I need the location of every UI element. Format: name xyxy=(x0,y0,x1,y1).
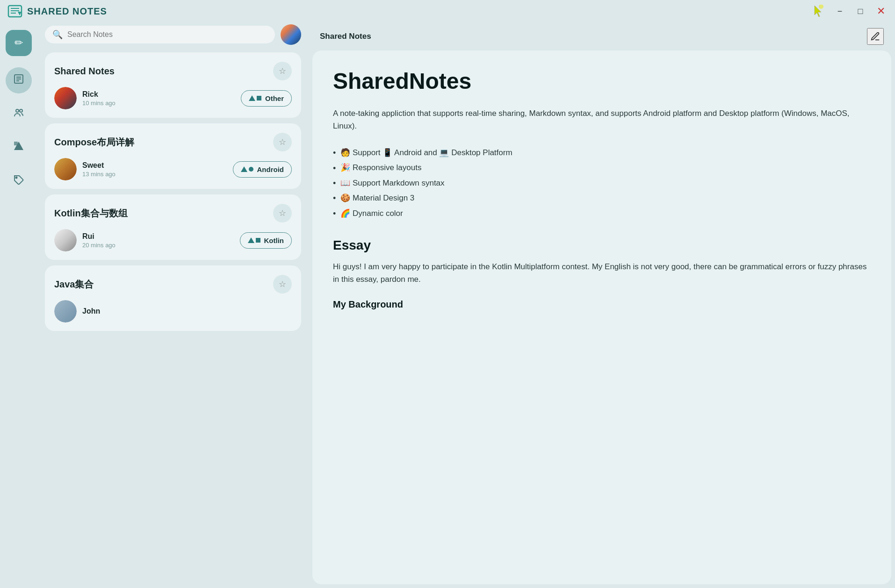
note-title-java: Java集合 xyxy=(54,278,94,291)
title-bar-left: SHARED NOTES xyxy=(7,4,107,19)
svg-point-12 xyxy=(20,109,22,112)
android-tag-label: Android xyxy=(257,165,284,173)
note-author-sweet: Sweet xyxy=(82,161,115,170)
content-body: SharedNotes A note-taking appliction tha… xyxy=(312,50,891,584)
svg-rect-14 xyxy=(14,142,18,145)
note-time: 10 mins ago xyxy=(82,100,115,107)
note-card-shared-notes[interactable]: Shared Notes ☆ Rick 10 mins ago xyxy=(45,52,301,118)
note-card-header: Shared Notes ☆ xyxy=(54,62,292,80)
note-card-meta-compose: Sweet 13 mins ago Android xyxy=(54,158,292,180)
main-layout: ✏ xyxy=(0,22,895,588)
minimize-button[interactable]: − xyxy=(833,5,846,18)
note-card-meta: Rick 10 mins ago Other xyxy=(54,87,292,109)
window-controls: − □ ✕ xyxy=(811,4,888,19)
content-main-title: SharedNotes xyxy=(333,69,871,94)
search-icon: 🔍 xyxy=(52,29,63,40)
sidebar-item-notes[interactable] xyxy=(6,67,32,93)
content-panel: Shared Notes SharedNotes A note-taking a… xyxy=(309,22,895,588)
essay-text: Hi guys! I am very happy to participate … xyxy=(333,260,871,286)
feature-item-1: 🧑 Support 📱 Android and 💻 Desktop Platfo… xyxy=(333,145,871,160)
kotlin-tag-label: Kotlin xyxy=(264,237,284,244)
notes-list: Shared Notes ☆ Rick 10 mins ago xyxy=(45,52,301,588)
sidebar-item-people[interactable] xyxy=(6,101,32,127)
svg-point-15 xyxy=(16,177,17,179)
note-title: Shared Notes xyxy=(54,66,115,77)
note-card-java[interactable]: Java集合 ☆ John xyxy=(45,265,301,331)
title-bar: SHARED NOTES − □ ✕ xyxy=(0,0,895,22)
sidebar: ✏ xyxy=(0,22,37,588)
note-card-meta-java: John xyxy=(54,300,292,323)
star-button-compose[interactable]: ☆ xyxy=(273,133,292,151)
feature-item-4: 🍪 Material Design 3 xyxy=(333,191,871,206)
note-avatar-john xyxy=(54,300,77,323)
notes-icon xyxy=(13,73,24,87)
search-input[interactable] xyxy=(67,30,267,39)
android-tag-icon xyxy=(241,166,253,172)
star-button-kotlin[interactable]: ☆ xyxy=(273,204,292,222)
note-info-compose: Sweet 13 mins ago xyxy=(82,161,115,178)
note-author: Rick xyxy=(82,90,115,99)
edit-icon: ✏ xyxy=(14,37,23,49)
tag-shape-icon xyxy=(249,95,261,101)
edit-content-button[interactable] xyxy=(867,28,884,45)
note-time-sweet: 13 mins ago xyxy=(82,171,115,178)
search-input-wrap[interactable]: 🔍 xyxy=(45,26,275,43)
note-card-kotlin[interactable]: Kotlin集合与数组 ☆ Rui 20 mins ago xyxy=(45,194,301,260)
note-card-compose[interactable]: Compose布局详解 ☆ Sweet 13 mins ago xyxy=(45,123,301,189)
essay-title: Essay xyxy=(333,238,871,253)
note-avatar-rui xyxy=(54,229,77,251)
svg-point-6 xyxy=(819,5,823,9)
kotlin-tag-icon xyxy=(248,237,260,243)
sidebar-item-tags[interactable] xyxy=(6,168,32,194)
new-note-fab[interactable]: ✏ xyxy=(6,30,32,56)
maximize-button[interactable]: □ xyxy=(854,5,867,18)
note-card-header-java: Java集合 ☆ xyxy=(54,275,292,294)
note-card-meta-kotlin: Rui 20 mins ago Kotlin xyxy=(54,229,292,251)
content-header: Shared Notes xyxy=(312,22,891,50)
cursor-indicator xyxy=(811,4,826,19)
people-icon xyxy=(13,107,24,121)
note-tag-android[interactable]: Android xyxy=(233,161,292,178)
note-title-kotlin: Kotlin集合与数组 xyxy=(54,207,128,220)
content-features-list: 🧑 Support 📱 Android and 💻 Desktop Platfo… xyxy=(333,145,871,221)
close-button[interactable]: ✕ xyxy=(874,5,888,18)
note-time-rui: 20 mins ago xyxy=(82,242,115,249)
note-tag-other[interactable]: Other xyxy=(241,90,292,107)
sidebar-item-shapes[interactable] xyxy=(6,135,32,161)
note-info-kotlin: Rui 20 mins ago xyxy=(82,232,115,249)
shapes-icon xyxy=(13,141,24,155)
search-bar: 🔍 xyxy=(45,24,301,45)
note-card-header-compose: Compose布局详解 ☆ xyxy=(54,133,292,151)
notes-panel: 🔍 Shared Notes ☆ Rick 10 min xyxy=(37,22,309,588)
tag-icon xyxy=(13,174,24,188)
user-avatar[interactable] xyxy=(281,24,301,45)
note-avatar-sweet xyxy=(54,158,77,180)
content-description: A note-taking appliction that supports r… xyxy=(333,107,871,132)
svg-point-11 xyxy=(16,109,19,112)
note-info: Rick 10 mins ago xyxy=(82,90,115,107)
note-tag-kotlin[interactable]: Kotlin xyxy=(240,232,292,249)
feature-item-2: 🎉 Responsive layouts xyxy=(333,161,871,176)
app-icon xyxy=(7,4,22,19)
star-button-java[interactable]: ☆ xyxy=(273,275,292,294)
star-button[interactable]: ☆ xyxy=(273,62,292,80)
background-title: My Background xyxy=(333,299,871,310)
note-title-compose: Compose布局详解 xyxy=(54,136,134,149)
app-title: SHARED NOTES xyxy=(27,6,107,17)
note-author-rui: Rui xyxy=(82,232,115,241)
feature-item-5: 🌈 Dynamic color xyxy=(333,206,871,221)
feature-item-3: 📖 Support Markdown syntax xyxy=(333,176,871,191)
content-header-title: Shared Notes xyxy=(320,32,371,41)
note-card-header-kotlin: Kotlin集合与数组 ☆ xyxy=(54,204,292,222)
note-avatar-rick xyxy=(54,87,77,109)
tag-label: Other xyxy=(265,94,284,102)
note-author-john: John xyxy=(82,307,100,316)
note-info-java: John xyxy=(82,307,100,316)
